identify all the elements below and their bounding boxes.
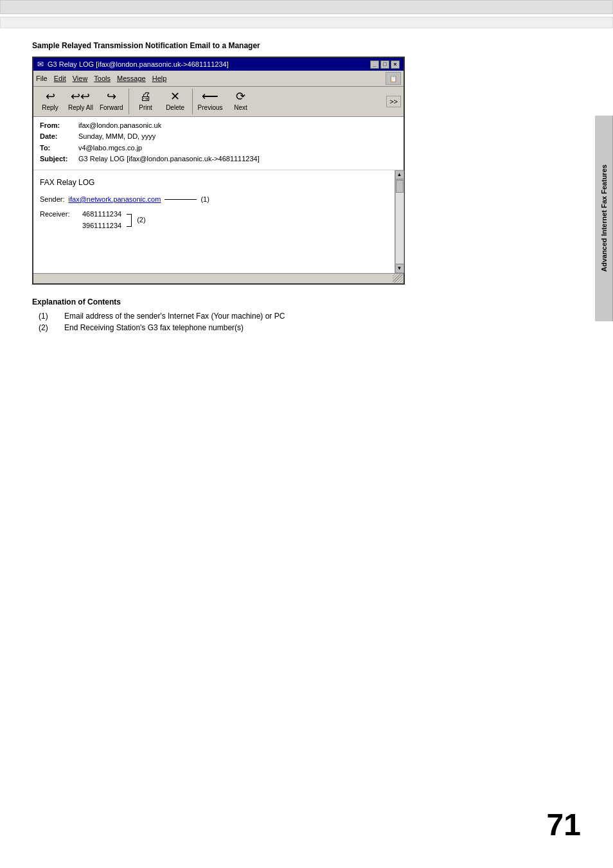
explanation-num-1: (1) [39,312,58,321]
date-label: Date: [40,132,78,141]
explanation-item-2: (2) End Receiving Station's G3 fax telep… [32,323,562,332]
next-button[interactable]: ⟳ Next [227,89,255,112]
explanation-text-2: End Receiving Station's G3 fax telephone… [64,323,244,332]
scroll-thumb[interactable] [396,180,404,193]
title-bar-left: ✉ G3 Relay LOG [ifax@london.panasonic.uk… [37,60,229,69]
sender-email[interactable]: ifax@network.panasonic.com [69,194,161,206]
explanation-heading: Explanation of Contents [32,297,562,306]
print-label: Print [139,104,152,111]
email-icon: ✉ [37,60,44,69]
previous-label: Previous [198,104,223,111]
from-label: From: [40,121,78,130]
menu-icon-right: 📋 [386,72,401,85]
toolbar: ↩ Reply ↩↩ Reply All ↪ Forward 🖨 Print ✕… [33,87,404,117]
scroll-up-button[interactable]: ▲ [395,170,404,179]
delete-button[interactable]: ✕ Delete [161,89,190,112]
reply-all-button[interactable]: ↩↩ Reply All [66,89,96,112]
reply-label: Reply [42,104,58,111]
title-controls[interactable]: _ □ × [370,60,400,69]
close-button[interactable]: × [391,60,400,69]
reply-all-icon: ↩↩ [71,90,90,104]
dash-separator-1 [164,199,197,200]
receiver-1: 4681111234 [82,209,121,220]
reply-all-label: Reply All [68,104,93,111]
main-content: Sample Relayed Transmission Notification… [32,41,581,332]
print-icon: 🖨 [140,90,152,104]
to-value: v4@labo.mgcs.co.jp [78,143,142,153]
title-bar: ✉ G3 Relay LOG [ifax@london.panasonic.uk… [33,58,404,71]
next-label: Next [234,104,247,111]
bracket-group: 4681111234 3961111234 (2) [82,209,146,231]
annotation-2: (2) [137,215,145,226]
second-bar [0,17,613,28]
reply-button[interactable]: ↩ Reply [36,89,64,112]
minimize-button[interactable]: _ [370,60,379,69]
toolbar-separator-2 [192,89,193,114]
page-number: 71 [547,807,581,842]
explanation-num-2: (2) [39,323,58,332]
email-scrollbar: ▲ ▼ [395,170,404,273]
side-tab: Advanced Internet Fax Features [595,116,613,321]
receiver-label: Receiver: [40,209,82,220]
previous-button[interactable]: ⟵ Previous [195,89,226,112]
from-row: From: ifax@london.panasonic.uk [40,121,397,130]
fax-relay-title: FAX Relay LOG [40,177,388,189]
email-window: ✉ G3 Relay LOG [ifax@london.panasonic.uk… [32,57,405,285]
date-value: Sunday, MMM, DD, yyyy [78,132,155,141]
receiver-numbers: 4681111234 3961111234 [82,209,121,231]
maximize-button[interactable]: □ [380,60,389,69]
menu-edit[interactable]: Edit [54,75,66,82]
delete-icon: ✕ [170,90,180,104]
scroll-down-button[interactable]: ▼ [395,264,404,273]
subject-row: Subject: G3 Relay LOG [ifax@london.panas… [40,154,397,164]
scroll-track[interactable] [395,179,404,264]
email-statusbar [33,273,404,283]
bracket-top [127,214,132,220]
fax-relay-content: FAX Relay LOG Sender: ifax@network.panas… [40,177,388,232]
next-icon: ⟳ [236,90,245,104]
explanation-item-1: (1) Email address of the sender's Intern… [32,312,562,321]
sender-line: Sender: ifax@network.panasonic.com (1) [40,194,388,206]
from-value: ifax@london.panasonic.uk [78,121,161,130]
forward-icon: ↪ [107,90,116,104]
menu-file[interactable]: File [36,75,48,82]
print-button[interactable]: 🖨 Print [132,89,160,112]
toolbar-more[interactable]: >> [386,96,401,107]
sender-label: Sender: [40,194,65,206]
menu-message[interactable]: Message [117,75,146,82]
to-row: To: v4@labo.mgcs.co.jp [40,143,397,153]
subject-value: G3 Relay LOG [ifax@london.panasonic.uk->… [78,154,260,164]
subject-label: Subject: [40,154,78,164]
explanation-text-1: Email address of the sender's Internet F… [64,312,285,321]
email-headers: From: ifax@london.panasonic.uk Date: Sun… [33,117,404,170]
reply-icon: ↩ [46,90,55,104]
annotation-1: (1) [200,194,209,206]
previous-icon: ⟵ [202,90,218,104]
menu-view[interactable]: View [73,75,88,82]
top-bar [0,0,613,14]
date-row: Date: Sunday, MMM, DD, yyyy [40,132,397,141]
delete-label: Delete [166,104,184,111]
section-heading: Sample Relayed Transmission Notification… [32,41,562,50]
email-body: FAX Relay LOG Sender: ifax@network.panas… [33,170,395,273]
window-title: G3 Relay LOG [ifax@london.panasonic.uk->… [48,60,229,68]
menu-help[interactable]: Help [152,75,167,82]
toolbar-separator-1 [129,89,129,114]
bracket-bottom [127,220,132,227]
email-body-wrapper: FAX Relay LOG Sender: ifax@network.panas… [33,170,404,273]
to-label: To: [40,143,78,153]
resize-handle[interactable] [393,274,403,283]
receiver-2: 3961111234 [82,220,121,232]
forward-label: Forward [100,104,123,111]
receiver-block: Receiver: 4681111234 3961111234 (2) [40,209,388,231]
forward-button[interactable]: ↪ Forward [97,89,126,112]
menu-bar: File Edit View Tools Message Help 📋 [33,71,404,87]
bracket-symbol [127,214,132,227]
menu-tools[interactable]: Tools [94,75,111,82]
